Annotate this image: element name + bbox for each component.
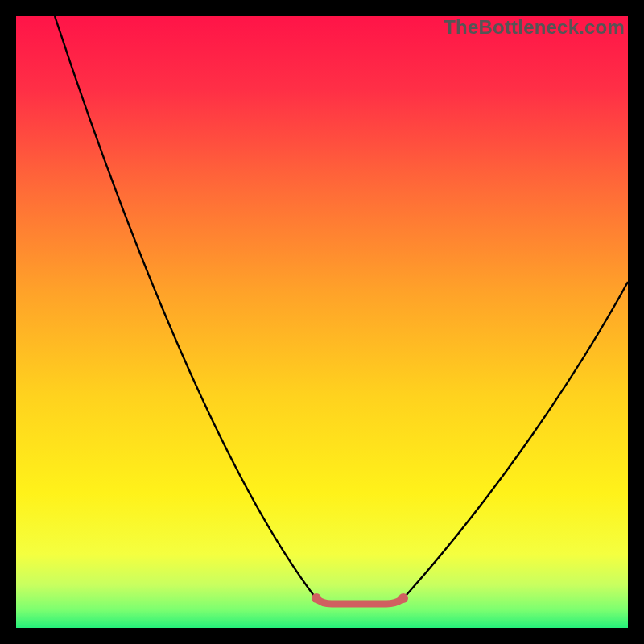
curve-optimal-segment [317, 599, 402, 604]
watermark-text: TheBottleneck.com [444, 16, 625, 39]
curve-optimal-dot-right [398, 593, 408, 603]
curve-optimal-dot-left [312, 593, 321, 603]
chart-frame: TheBottleneck.com [0, 0, 644, 644]
chart-curve-layer [16, 16, 628, 628]
chart-plot-area: TheBottleneck.com [16, 16, 628, 628]
curve-main [55, 16, 628, 602]
